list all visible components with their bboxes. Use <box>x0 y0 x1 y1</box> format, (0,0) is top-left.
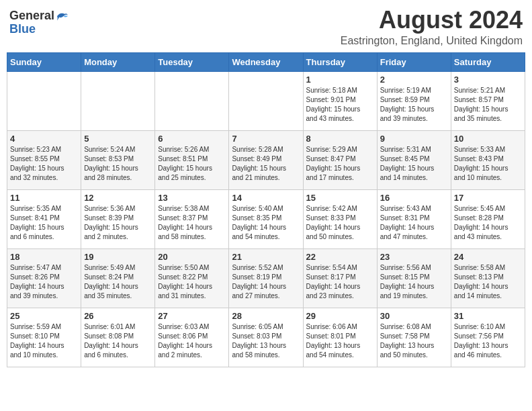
calendar-cell: 19Sunrise: 5:49 AM Sunset: 8:24 PM Dayli… <box>81 248 155 308</box>
calendar-week-row: 18Sunrise: 5:47 AM Sunset: 8:26 PM Dayli… <box>7 248 525 308</box>
logo-general-text: General <box>9 9 54 23</box>
day-info: Sunrise: 5:52 AM Sunset: 8:19 PM Dayligh… <box>232 263 300 301</box>
calendar-week-row: 4Sunrise: 5:23 AM Sunset: 8:55 PM Daylig… <box>7 130 525 189</box>
calendar-cell: 31Sunrise: 6:10 AM Sunset: 7:56 PM Dayli… <box>451 308 525 367</box>
logo: General Blue <box>9 9 69 36</box>
calendar-cell: 6Sunrise: 5:26 AM Sunset: 8:51 PM Daylig… <box>155 130 229 189</box>
day-number: 8 <box>306 134 374 144</box>
header-saturday: Saturday <box>451 52 525 71</box>
logo-blue-text: Blue <box>9 23 36 36</box>
calendar-cell: 10Sunrise: 5:33 AM Sunset: 8:43 PM Dayli… <box>451 130 525 189</box>
day-number: 23 <box>380 252 448 262</box>
calendar-cell: 4Sunrise: 5:23 AM Sunset: 8:55 PM Daylig… <box>7 130 81 189</box>
day-number: 12 <box>84 193 152 203</box>
calendar-cell: 16Sunrise: 5:43 AM Sunset: 8:31 PM Dayli… <box>377 189 451 248</box>
calendar-cell <box>7 71 81 130</box>
day-info: Sunrise: 5:54 AM Sunset: 8:17 PM Dayligh… <box>306 263 374 301</box>
calendar-cell: 9Sunrise: 5:31 AM Sunset: 8:45 PM Daylig… <box>377 130 451 189</box>
day-number: 5 <box>84 134 152 144</box>
title-area: August 2024 Eastrington, England, United… <box>341 7 523 47</box>
day-number: 1 <box>306 75 374 85</box>
calendar-cell <box>81 71 155 130</box>
calendar-cell: 11Sunrise: 5:35 AM Sunset: 8:41 PM Dayli… <box>7 189 81 248</box>
day-number: 29 <box>306 311 374 321</box>
day-number: 24 <box>454 252 522 262</box>
day-number: 21 <box>232 252 300 262</box>
calendar-cell: 22Sunrise: 5:54 AM Sunset: 8:17 PM Dayli… <box>303 248 377 308</box>
day-info: Sunrise: 5:19 AM Sunset: 8:59 PM Dayligh… <box>380 86 448 124</box>
calendar-cell: 24Sunrise: 5:58 AM Sunset: 8:13 PM Dayli… <box>451 248 525 308</box>
day-info: Sunrise: 5:49 AM Sunset: 8:24 PM Dayligh… <box>84 263 152 301</box>
day-info: Sunrise: 5:45 AM Sunset: 8:28 PM Dayligh… <box>454 204 522 242</box>
calendar-cell: 5Sunrise: 5:24 AM Sunset: 8:53 PM Daylig… <box>81 130 155 189</box>
day-number: 26 <box>84 311 152 321</box>
day-number: 2 <box>380 75 448 85</box>
calendar-header-row: Sunday Monday Tuesday Wednesday Thursday… <box>7 52 525 71</box>
day-info: Sunrise: 5:42 AM Sunset: 8:33 PM Dayligh… <box>306 204 374 242</box>
day-number: 14 <box>232 193 300 203</box>
day-number: 11 <box>10 193 78 203</box>
calendar-cell: 15Sunrise: 5:42 AM Sunset: 8:33 PM Dayli… <box>303 189 377 248</box>
day-number: 9 <box>380 134 448 144</box>
calendar-cell <box>229 71 303 130</box>
calendar-cell: 26Sunrise: 6:01 AM Sunset: 8:08 PM Dayli… <box>81 308 155 367</box>
calendar-cell: 25Sunrise: 5:59 AM Sunset: 8:10 PM Dayli… <box>7 308 81 367</box>
day-info: Sunrise: 6:06 AM Sunset: 8:01 PM Dayligh… <box>306 322 374 360</box>
calendar-cell: 23Sunrise: 5:56 AM Sunset: 8:15 PM Dayli… <box>377 248 451 308</box>
calendar-cell: 18Sunrise: 5:47 AM Sunset: 8:26 PM Dayli… <box>7 248 81 308</box>
calendar-cell: 13Sunrise: 5:38 AM Sunset: 8:37 PM Dayli… <box>155 189 229 248</box>
day-info: Sunrise: 5:21 AM Sunset: 8:57 PM Dayligh… <box>454 86 522 124</box>
calendar-week-row: 25Sunrise: 5:59 AM Sunset: 8:10 PM Dayli… <box>7 308 525 367</box>
day-number: 15 <box>306 193 374 203</box>
day-number: 27 <box>158 311 226 321</box>
day-number: 28 <box>232 311 300 321</box>
calendar-week-row: 11Sunrise: 5:35 AM Sunset: 8:41 PM Dayli… <box>7 189 525 248</box>
day-number: 10 <box>454 134 522 144</box>
day-number: 16 <box>380 193 448 203</box>
calendar-cell: 3Sunrise: 5:21 AM Sunset: 8:57 PM Daylig… <box>451 71 525 130</box>
day-info: Sunrise: 5:59 AM Sunset: 8:10 PM Dayligh… <box>10 322 78 360</box>
calendar-cell: 27Sunrise: 6:03 AM Sunset: 8:06 PM Dayli… <box>155 308 229 367</box>
day-info: Sunrise: 5:18 AM Sunset: 9:01 PM Dayligh… <box>306 86 374 124</box>
header: General Blue August 2024 Eastrington, En… <box>7 7 525 47</box>
calendar-cell: 8Sunrise: 5:29 AM Sunset: 8:47 PM Daylig… <box>303 130 377 189</box>
day-info: Sunrise: 5:33 AM Sunset: 8:43 PM Dayligh… <box>454 145 522 183</box>
header-wednesday: Wednesday <box>229 52 303 71</box>
day-info: Sunrise: 5:47 AM Sunset: 8:26 PM Dayligh… <box>10 263 78 301</box>
calendar-cell: 2Sunrise: 5:19 AM Sunset: 8:59 PM Daylig… <box>377 71 451 130</box>
day-info: Sunrise: 5:31 AM Sunset: 8:45 PM Dayligh… <box>380 145 448 183</box>
calendar-table: Sunday Monday Tuesday Wednesday Thursday… <box>7 52 525 367</box>
day-number: 6 <box>158 134 226 144</box>
day-info: Sunrise: 5:50 AM Sunset: 8:22 PM Dayligh… <box>158 263 226 301</box>
day-number: 30 <box>380 311 448 321</box>
month-year-title: August 2024 <box>341 7 523 34</box>
logo-bird-icon <box>56 11 69 21</box>
day-info: Sunrise: 5:43 AM Sunset: 8:31 PM Dayligh… <box>380 204 448 242</box>
day-info: Sunrise: 6:03 AM Sunset: 8:06 PM Dayligh… <box>158 322 226 360</box>
day-info: Sunrise: 5:35 AM Sunset: 8:41 PM Dayligh… <box>10 204 78 242</box>
day-number: 3 <box>454 75 522 85</box>
day-info: Sunrise: 6:10 AM Sunset: 7:56 PM Dayligh… <box>454 322 522 360</box>
calendar-cell: 20Sunrise: 5:50 AM Sunset: 8:22 PM Dayli… <box>155 248 229 308</box>
day-number: 25 <box>10 311 78 321</box>
calendar-cell: 12Sunrise: 5:36 AM Sunset: 8:39 PM Dayli… <box>81 189 155 248</box>
day-number: 4 <box>10 134 78 144</box>
day-info: Sunrise: 5:36 AM Sunset: 8:39 PM Dayligh… <box>84 204 152 242</box>
day-number: 17 <box>454 193 522 203</box>
day-info: Sunrise: 5:40 AM Sunset: 8:35 PM Dayligh… <box>232 204 300 242</box>
day-number: 19 <box>84 252 152 262</box>
day-number: 31 <box>454 311 522 321</box>
day-info: Sunrise: 5:24 AM Sunset: 8:53 PM Dayligh… <box>84 145 152 183</box>
day-number: 18 <box>10 252 78 262</box>
header-friday: Friday <box>377 52 451 71</box>
calendar-cell <box>155 71 229 130</box>
location-subtitle: Eastrington, England, United Kingdom <box>341 35 523 47</box>
calendar-cell: 30Sunrise: 6:08 AM Sunset: 7:58 PM Dayli… <box>377 308 451 367</box>
calendar-week-row: 1Sunrise: 5:18 AM Sunset: 9:01 PM Daylig… <box>7 71 525 130</box>
day-info: Sunrise: 5:26 AM Sunset: 8:51 PM Dayligh… <box>158 145 226 183</box>
day-info: Sunrise: 6:05 AM Sunset: 8:03 PM Dayligh… <box>232 322 300 360</box>
calendar-cell: 29Sunrise: 6:06 AM Sunset: 8:01 PM Dayli… <box>303 308 377 367</box>
day-info: Sunrise: 5:58 AM Sunset: 8:13 PM Dayligh… <box>454 263 522 301</box>
day-number: 7 <box>232 134 300 144</box>
day-info: Sunrise: 6:08 AM Sunset: 7:58 PM Dayligh… <box>380 322 448 360</box>
